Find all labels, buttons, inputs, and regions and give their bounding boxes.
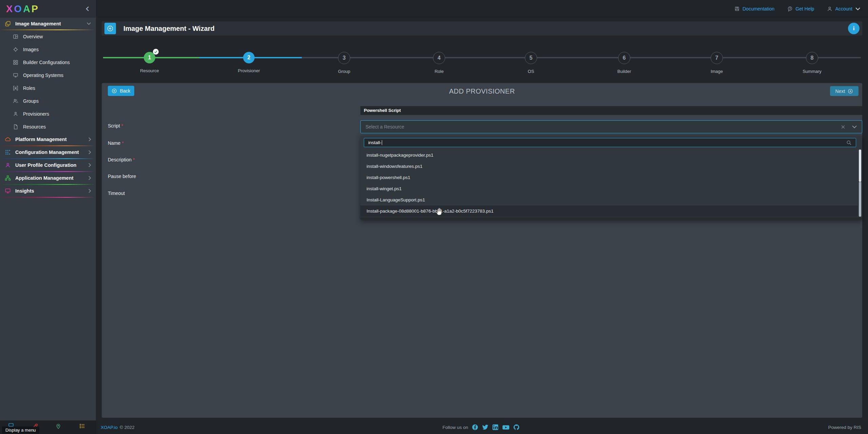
sidebar-item-builder-configurations[interactable]: Builder Configurations (0, 56, 96, 69)
sidebar-section-configuration-management[interactable]: Configuration Management (0, 146, 96, 158)
wizard-panel: Back ADD PROVISIONER Next Script* Name* … (102, 83, 862, 418)
sidebar-item-images[interactable]: Images (0, 43, 96, 56)
text-caret (382, 140, 382, 145)
sidebar-section-application-management[interactable]: Application Management (0, 172, 96, 184)
step-number: 1 (148, 55, 151, 61)
option-install-languagesupport[interactable]: Install-LanguageSupport.ps1 (360, 194, 858, 205)
get-help-label: Get Help (795, 6, 814, 12)
sidebar-item-overview[interactable]: Overview (0, 30, 96, 43)
step-number: 3 (343, 55, 346, 61)
xoap-logo[interactable]: XOAP (6, 3, 39, 15)
sidebar-item-label: Provisioners (23, 111, 49, 117)
sidebar-item-groups[interactable]: Groups (0, 95, 96, 107)
step-role[interactable]: 4 Role (415, 47, 463, 74)
field-label-script: Script* (108, 123, 123, 129)
top-bar: Documentation Get Help Account (0, 0, 868, 18)
clear-icon[interactable] (841, 124, 846, 130)
resource-dropdown: install- install-nugetpackageprovider.ps… (360, 136, 862, 220)
dropdown-scrollbar[interactable] (859, 150, 861, 217)
person-icon (13, 111, 18, 117)
scrollbar-track (859, 182, 861, 217)
chevron-right-icon (88, 137, 91, 142)
step-label: Image (693, 69, 741, 74)
step-label: OS (507, 69, 555, 74)
option-install-nugetpackageprovider[interactable]: install-nugetpackageprovider.ps1 (360, 150, 858, 161)
sidebar-item-roles[interactable]: Roles (0, 82, 96, 95)
facebook-icon[interactable] (472, 424, 478, 431)
documentation-label: Documentation (743, 6, 774, 12)
resource-search-input[interactable]: install- (364, 138, 856, 147)
step-image[interactable]: 7 Image (693, 47, 741, 74)
sidebar-item-label: Overview (23, 34, 43, 39)
sidebar-item-provisioners[interactable]: Provisioners (0, 107, 96, 120)
copyright-text: © 2022 (120, 425, 135, 430)
list-menu-icon[interactable] (79, 423, 85, 429)
overview-icon (13, 34, 18, 39)
sidebar-section-label: Configuration Management (15, 150, 79, 155)
info-button[interactable]: i (848, 23, 860, 34)
step-label: Summary (788, 69, 836, 74)
linkedin-icon[interactable] (492, 424, 499, 431)
account-menu[interactable]: Account (827, 6, 861, 12)
step-group[interactable]: 3 Group (320, 47, 368, 74)
chevron-right-icon (88, 163, 91, 167)
sidebar-logo-row: XOAP (0, 0, 96, 18)
back-button[interactable]: Back (108, 86, 134, 96)
option-install-powershell[interactable]: install-powershell.ps1 (360, 172, 858, 183)
people-icon (13, 98, 18, 104)
group-header: Powershell Script (360, 106, 862, 115)
sidebar-item-label: Groups (23, 98, 39, 104)
document-icon (13, 124, 18, 130)
option-install-windowsfeatures[interactable]: install-windowsfeatures.ps1 (360, 161, 858, 172)
sidebar-section-image-management[interactable]: Image Management (0, 18, 96, 29)
chevron-right-icon (88, 150, 91, 155)
option-install-winget[interactable]: install-winget.ps1 (360, 183, 858, 194)
user-profile-icon (5, 162, 11, 168)
step-resource[interactable]: 1 Resource (126, 47, 173, 73)
documentation-link[interactable]: Documentation (734, 6, 774, 12)
script-resource-select[interactable]: Select a Resource (360, 120, 862, 133)
get-help-link[interactable]: Get Help (787, 6, 814, 12)
sidebar-collapse-button[interactable] (85, 6, 90, 12)
sidebar-section-user-profile-configuration[interactable]: User Profile Configuration (0, 159, 96, 171)
step-label: Resource (126, 68, 173, 73)
powered-by: Powered by RIS (828, 420, 861, 434)
xoap-io-link[interactable]: XOAP.io (101, 425, 118, 430)
twitter-icon[interactable] (482, 424, 489, 431)
required-mark: * (133, 157, 135, 162)
insights-monitor-icon (5, 188, 11, 194)
sidebar-item-label: Resources (23, 124, 46, 130)
sidebar-section-platform-management[interactable]: Platform Management (0, 133, 96, 145)
step-number: 4 (438, 55, 441, 61)
sidebar-item-label: Operating Systems (23, 73, 63, 78)
step-number: 6 (623, 55, 626, 61)
dots-grid-icon (5, 149, 11, 155)
sidebar-item-operating-systems[interactable]: Operating Systems (0, 69, 96, 82)
footer-social: Follow us on (442, 420, 520, 434)
step-number: 2 (248, 55, 251, 61)
step-summary[interactable]: 8 Summary (788, 47, 836, 74)
field-label-timeout: Timeout (108, 191, 125, 196)
sidebar-section-label: Platform Management (15, 137, 66, 142)
chevron-down-icon[interactable] (852, 125, 857, 129)
page-back-button[interactable] (104, 23, 116, 34)
wizard-stepper: 1 Resource 2 Provisioner 3 Group 4 Role (102, 47, 862, 81)
sidebar-item-resources[interactable]: Resources (0, 120, 96, 133)
step-provisioner[interactable]: 2 Provisioner (225, 47, 273, 73)
youtube-icon[interactable] (502, 424, 510, 431)
field-label-name: Name* (108, 140, 124, 146)
github-icon[interactable] (513, 424, 520, 431)
cloud-icon (5, 136, 11, 142)
step-os[interactable]: 5 OS (507, 47, 555, 74)
chevron-down-icon (855, 7, 861, 11)
sidebar-section-insights[interactable]: Insights (0, 185, 96, 197)
book-icon (734, 6, 740, 12)
question-bubble-icon (787, 6, 793, 12)
scrollbar-thumb[interactable] (859, 150, 861, 182)
stepper-line-pending (302, 57, 861, 58)
check-badge-icon (153, 49, 159, 55)
location-pin-icon[interactable] (56, 423, 61, 429)
option-install-package[interactable]: Install-package-08d88001-b876-bb91-a1a2-… (360, 205, 858, 217)
follow-us-label: Follow us on (442, 425, 468, 430)
step-builder[interactable]: 6 Builder (600, 47, 648, 74)
